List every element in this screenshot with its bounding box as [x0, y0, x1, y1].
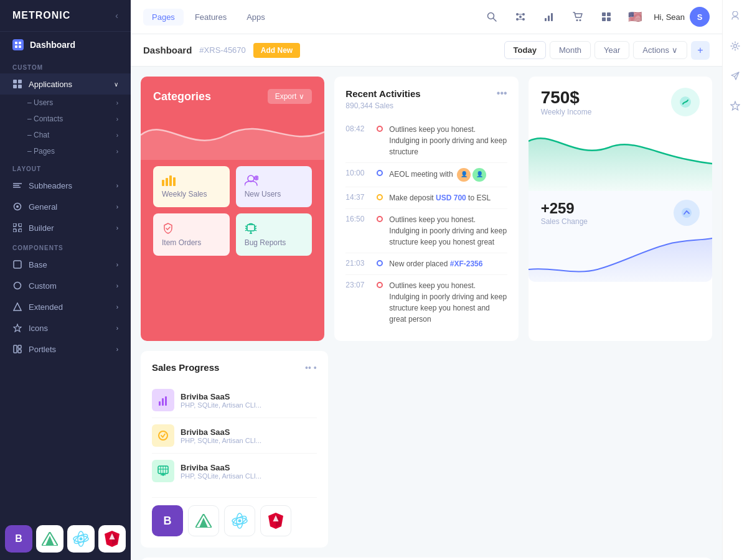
framework-logos: B — [0, 518, 131, 560]
svg-rect-21 — [18, 350, 21, 353]
react-logo[interactable] — [67, 525, 95, 553]
sidebar-item-dashboard[interactable]: Dashboard — [0, 32, 131, 58]
svg-rect-13 — [13, 223, 16, 226]
filter-today-button[interactable]: Today — [504, 41, 546, 59]
progress-name-2: Briviba SaaS — [181, 427, 317, 437]
grid-icon[interactable] — [596, 7, 616, 27]
avatar-2: 👤 — [472, 168, 486, 182]
bootstrap-logo[interactable]: B — [5, 525, 32, 553]
add-icon-button[interactable]: + — [691, 41, 710, 60]
user-info[interactable]: Hi, Sean S — [654, 7, 710, 27]
sidebar-sub-pages[interactable]: – Pages › — [0, 143, 131, 159]
weekly-income-label: Weekly Income — [541, 108, 592, 116]
sidebar: METRONIC ‹ Dashboard CUSTOM Applications… — [0, 0, 131, 560]
svg-rect-19 — [14, 345, 17, 353]
svg-rect-0 — [15, 42, 17, 44]
react-card-logo[interactable] — [224, 505, 255, 536]
angular-logo[interactable] — [98, 525, 126, 553]
sidebar-item-builder[interactable]: Builder › — [0, 217, 131, 238]
sidebar-item-subheaders[interactable]: Subheaders › — [0, 175, 131, 196]
sidebar-collapse-icon[interactable]: ‹ — [115, 11, 118, 21]
activities-menu-icon[interactable]: ••• — [497, 88, 507, 99]
flag-icon[interactable]: 🇺🇸 — [625, 7, 645, 27]
chart-icon[interactable] — [539, 7, 559, 27]
pages-label: – Pages — [27, 147, 55, 156]
activity-item-3: 14:37 Make deposit USD 700 to ESL — [345, 187, 507, 209]
sales-change-label: Sales Change — [541, 217, 588, 226]
svg-rect-16 — [19, 229, 22, 232]
svg-point-38 — [522, 18, 525, 21]
sidebar-item-portlets[interactable]: Portlets › — [0, 338, 131, 360]
item-orders-card[interactable]: Item Orders — [153, 213, 230, 256]
activities-count: 890,344 Sales — [345, 101, 507, 110]
svg-line-33 — [494, 19, 497, 22]
sidebar-item-extended[interactable]: Extended › — [0, 296, 131, 317]
search-icon[interactable] — [482, 7, 502, 27]
activity-dot-1 — [377, 126, 383, 132]
right-icon-notifications[interactable] — [725, 6, 745, 26]
svg-rect-72 — [165, 396, 167, 406]
export-button[interactable]: Export ∨ — [268, 89, 312, 104]
applications-icon — [12, 79, 22, 89]
wave-chart — [141, 110, 324, 160]
sidebar-item-general[interactable]: General › — [0, 196, 131, 217]
svg-rect-70 — [159, 401, 161, 406]
filter-month-button[interactable]: Month — [550, 41, 591, 59]
activity-dot-5 — [377, 260, 383, 266]
sidebar-item-custom[interactable]: Custom › — [0, 275, 131, 296]
weekly-sales-icon — [162, 175, 221, 186]
svg-rect-7 — [18, 85, 22, 88]
icons-arrow: › — [116, 325, 118, 332]
users-label: – Users — [27, 98, 53, 107]
new-users-label: New Users — [245, 190, 304, 198]
portlets-icon — [12, 344, 22, 354]
add-new-button[interactable]: Add New — [253, 43, 300, 58]
sidebar-sub-contacts[interactable]: – Contacts › — [0, 111, 131, 127]
nav-tab-features[interactable]: Features — [186, 9, 235, 26]
vue-card-logo[interactable] — [188, 505, 219, 536]
income-chart — [529, 123, 712, 191]
breadcrumb-id: #XRS-45670 — [199, 45, 245, 55]
nav-tab-apps[interactable]: Apps — [238, 9, 274, 26]
svg-rect-2 — [15, 45, 17, 48]
new-users-card[interactable]: New Users — [236, 166, 312, 207]
categories-card: Categories Export ∨ — [141, 77, 324, 341]
sidebar-sub-users[interactable]: – Users › — [0, 95, 131, 111]
builder-arrow: › — [116, 225, 118, 231]
sidebar-item-applications[interactable]: Applications ∨ — [0, 73, 131, 95]
right-icon-settings[interactable] — [725, 36, 745, 56]
weekly-sales-card[interactable]: Weekly Sales — [153, 166, 230, 207]
subheaders-label: Subheaders — [29, 181, 72, 190]
cart-icon[interactable] — [568, 7, 588, 27]
sidebar-item-base[interactable]: Base › — [0, 254, 131, 275]
weekly-income-section: 750$ Weekly Income — [529, 77, 712, 123]
nav-tab-pages[interactable]: Pages — [143, 9, 184, 26]
sidebar-item-icons[interactable]: Icons › — [0, 317, 131, 338]
sales-change-value: +259 — [541, 200, 588, 217]
activities-title: Recent Activities — [345, 88, 420, 99]
angular-card-logo[interactable] — [260, 505, 291, 536]
sidebar-sub-chat[interactable]: – Chat › — [0, 127, 131, 143]
svg-rect-15 — [13, 229, 16, 232]
extended-icon — [12, 302, 22, 312]
connections-icon[interactable] — [510, 7, 530, 27]
item-orders-icon — [162, 222, 221, 235]
activity-item-4: 16:50 Outlines keep you honest. Indulgin… — [345, 209, 507, 253]
sales-progress-card: Sales Progress •• • Briviba SaaS PHP, SQ… — [141, 351, 328, 548]
right-icon-send[interactable] — [725, 66, 745, 86]
actions-button[interactable]: Actions ∨ — [633, 41, 687, 59]
bug-reports-card[interactable]: Bug Reports — [236, 213, 312, 256]
bottom-grid: Sales Progress •• • Briviba SaaS PHP, SQ… — [141, 351, 712, 560]
sidebar-dashboard-label: Dashboard — [30, 40, 75, 50]
general-label: General — [29, 202, 57, 212]
section-components-label: COMPONENTS — [0, 238, 131, 254]
filter-year-button[interactable]: Year — [594, 41, 629, 59]
sales-progress-menu-icon[interactable]: •• • — [305, 363, 317, 373]
builder-icon — [12, 223, 22, 233]
bootstrap-card-logo[interactable]: B — [152, 505, 183, 536]
activity-item-1: 08:42 Outlines keep you honest. Indulgin… — [345, 119, 507, 163]
right-icon-star[interactable] — [725, 96, 745, 116]
svg-rect-14 — [19, 223, 22, 226]
svg-rect-50 — [607, 17, 611, 21]
vue-logo[interactable] — [36, 525, 63, 553]
